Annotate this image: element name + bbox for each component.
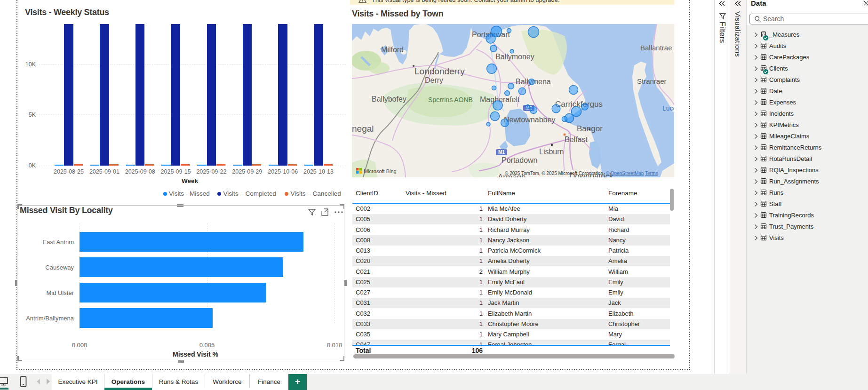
- svg-text:Londonderry: Londonderry: [414, 66, 465, 76]
- svg-text:Luce: Luce: [662, 104, 674, 112]
- svg-text:Bangor: Bangor: [577, 124, 603, 133]
- svg-text:Lisburn: Lisburn: [539, 148, 564, 156]
- svg-text:Ballymoney: Ballymoney: [495, 53, 534, 61]
- svg-text:Milford: Milford: [381, 46, 404, 54]
- svg-text:Stranraer: Stranraer: [637, 77, 667, 85]
- svg-text:Belfast: Belfast: [565, 135, 588, 143]
- svg-text:negal: negal: [352, 124, 374, 134]
- svg-text:Portadown: Portadown: [502, 156, 538, 164]
- svg-text:Newtownabbey: Newtownabbey: [504, 116, 555, 124]
- svg-text:Microsoft Bing: Microsoft Bing: [364, 168, 397, 174]
- svg-text:M1: M1: [498, 150, 505, 155]
- svg-text:Ballybofey: Ballybofey: [372, 95, 406, 103]
- svg-text:© 2025 TomTom, © 2025 Microsof: © 2025 TomTom, © 2025 Microsoft Corporat…: [505, 171, 658, 176]
- svg-text:Sperrins AONB: Sperrins AONB: [428, 96, 473, 103]
- svg-text:Derry: Derry: [425, 76, 443, 84]
- svg-text:Ballantrae: Ballantrae: [640, 44, 672, 52]
